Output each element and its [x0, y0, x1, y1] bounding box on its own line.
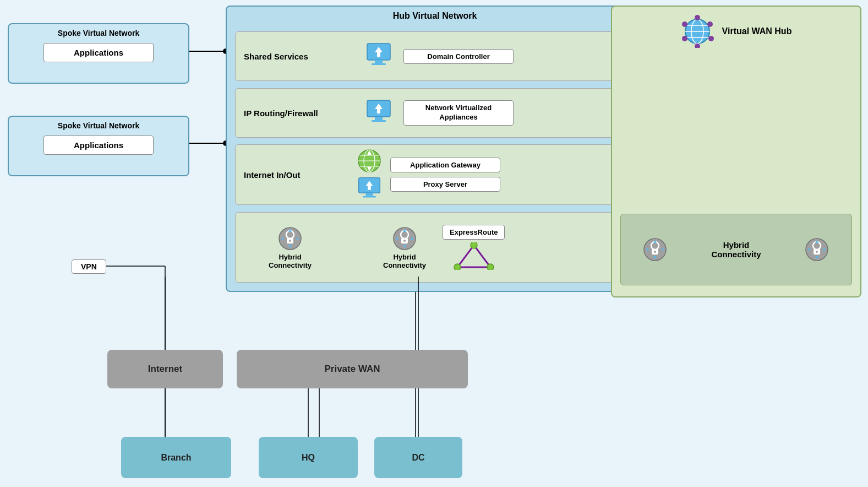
svg-rect-20	[372, 120, 386, 122]
svg-rect-15	[375, 60, 383, 63]
branch-box: Branch	[121, 437, 231, 478]
vwan-hub-label: Virtual WAN Hub	[722, 26, 792, 36]
domain-controller-box: Domain Controller	[403, 49, 514, 64]
vwan-header: Virtual WAN Hub	[612, 7, 860, 53]
spoke-vnet-1: Spoke Virtual Network Applications	[8, 23, 189, 84]
spoke-vnet-2: Spoke Virtual Network Applications	[8, 116, 189, 176]
vwan-hub: Virtual WAN Hub HybridConnectivity	[611, 6, 861, 297]
svg-point-58	[695, 15, 700, 20]
monitor-icon-2	[365, 98, 392, 128]
hybrid-connectivity-section: HybridConnectivity HybridConnectivity	[235, 212, 637, 283]
svg-rect-16	[372, 63, 386, 65]
ip-routing-section: IP Routing/Firewall Network VirtualizedA…	[235, 88, 637, 138]
svg-rect-31	[363, 196, 376, 198]
shared-services-label: Shared Services	[244, 52, 343, 61]
svg-point-51	[454, 264, 461, 270]
monitor-icon-1	[365, 41, 392, 71]
svg-point-63	[682, 21, 687, 27]
internet-services: Application Gateway Proxy Server	[390, 158, 500, 192]
vwan-hybrid-right	[804, 237, 829, 262]
ip-routing-label: IP Routing/Firewall	[244, 109, 343, 118]
svg-point-67	[654, 251, 656, 253]
svg-point-44	[403, 240, 406, 242]
hub-vnet: Hub Virtual Network Shared Services Doma…	[226, 6, 644, 292]
hq-box: HQ	[259, 437, 358, 478]
spoke-vnet-2-label: Spoke Virtual Network	[13, 121, 184, 130]
spoke-vnet-1-app: Applications	[43, 43, 154, 62]
svg-point-36	[289, 240, 291, 242]
hybrid-conn-express: HybridConnectivity	[383, 226, 426, 269]
svg-rect-30	[366, 193, 373, 196]
vwan-hybrid-left	[642, 237, 668, 262]
spoke-vnet-1-label: Spoke Virtual Network	[13, 29, 184, 37]
vpn-label: VPN	[72, 259, 106, 274]
svg-point-60	[708, 36, 714, 41]
proxy-server-box: Proxy Server	[390, 177, 500, 192]
internet-inout-section: Internet In/Out	[235, 144, 637, 205]
vwan-hybrid-section: HybridConnectivity	[620, 214, 852, 285]
svg-point-50	[471, 242, 477, 248]
svg-point-52	[487, 264, 494, 270]
internet-box: Internet	[107, 350, 223, 388]
dc-box: DC	[374, 437, 462, 478]
vwan-hybrid-label: HybridConnectivity	[711, 240, 761, 259]
hybrid-conn-express-label: HybridConnectivity	[383, 253, 426, 269]
nva-box: Network VirtualizedAppliances	[403, 100, 514, 126]
svg-point-75	[816, 251, 818, 253]
expressroute-box: ExpressRoute	[443, 225, 505, 240]
expressroute-area: ExpressRoute	[443, 225, 505, 270]
hybrid-conn-vpn: HybridConnectivity	[269, 226, 312, 269]
svg-point-62	[682, 36, 687, 41]
shared-services-section: Shared Services Domain Controller	[235, 31, 637, 81]
private-wan-box: Private WAN	[237, 350, 468, 388]
hub-vnet-label: Hub Virtual Network	[227, 7, 643, 23]
svg-rect-19	[375, 117, 383, 120]
svg-point-61	[695, 44, 700, 48]
hybrid-conn-vpn-label: HybridConnectivity	[269, 253, 312, 269]
internet-inout-label: Internet In/Out	[244, 170, 343, 180]
spoke-vnet-2-app: Applications	[43, 136, 154, 155]
vwan-globe-icon	[681, 15, 714, 48]
internet-icons	[357, 148, 382, 201]
svg-point-59	[707, 21, 713, 27]
diagram-container: Spoke Virtual Network Applications Spoke…	[0, 0, 868, 487]
app-gateway-box: Application Gateway	[390, 158, 500, 172]
